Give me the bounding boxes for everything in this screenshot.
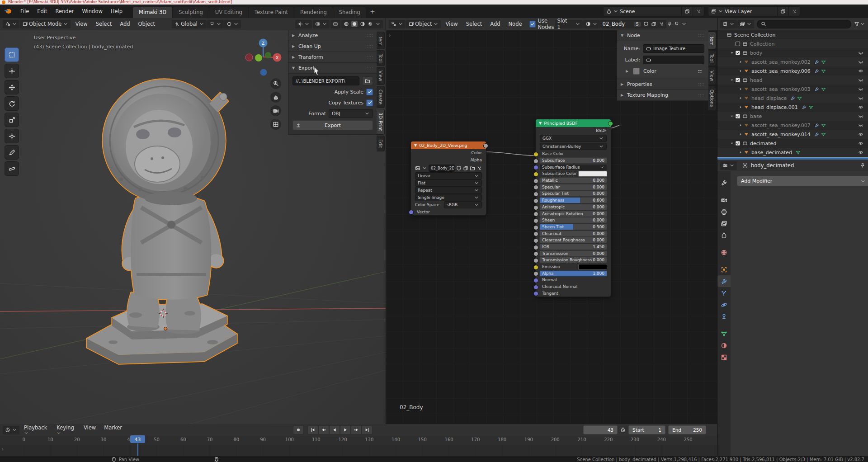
panel-analyze[interactable]: ▶Analyze::::: [288, 30, 377, 41]
tangent-input-socket[interactable]: [533, 291, 538, 296]
ior-slider[interactable]: IOR1.450: [539, 244, 607, 250]
toolbar-collapsed-arrow[interactable]: ›: [389, 33, 391, 38]
chevron-down-icon[interactable]: [422, 165, 427, 171]
collection-checkbox[interactable]: [735, 113, 741, 119]
node-label-field[interactable]: [643, 56, 704, 64]
mode-dropdown[interactable]: Object Mode: [20, 20, 71, 28]
properties-tab-tool[interactable]: [717, 177, 731, 189]
subsurface-radius-input-socket[interactable]: [533, 165, 538, 170]
add-workspace-button[interactable]: +: [366, 6, 379, 17]
show-overlays-toggle[interactable]: [313, 20, 330, 28]
panel-properties[interactable]: ▶Properties::::: [617, 79, 708, 90]
material-name[interactable]: 02_Body: [603, 21, 632, 27]
modifier-icon[interactable]: [814, 87, 819, 92]
distribution-dropdown[interactable]: GGX: [540, 135, 607, 142]
menu-file[interactable]: File: [16, 7, 33, 16]
outliner-row-body[interactable]: body: [717, 48, 868, 57]
outliner-row-decimated[interactable]: decimated: [717, 139, 868, 148]
expand-down-icon[interactable]: [730, 141, 734, 146]
panel-texture-mapping[interactable]: ▶Texture Mapping::::: [617, 90, 708, 101]
emission-input-socket[interactable]: [533, 265, 538, 270]
properties-tab-object-data[interactable]: [717, 328, 731, 339]
timeline-menu-playback[interactable]: Playback: [20, 423, 52, 437]
sheen-slider[interactable]: Sheen0.000: [539, 217, 607, 223]
transmission-roughness-slider[interactable]: Transmission Roughness0.000: [539, 257, 607, 263]
add-modifier-dropdown[interactable]: Add Modifier: [737, 176, 868, 186]
specular-tint-input-socket[interactable]: [533, 192, 538, 197]
panel-export[interactable]: ▼Export::::: [288, 63, 377, 74]
clearcoat-input-socket[interactable]: [533, 231, 538, 236]
folder-icon[interactable]: [470, 165, 475, 171]
mesh-data-icon[interactable]: [821, 87, 826, 92]
editor-type-button[interactable]: [3, 426, 19, 434]
export-path-field[interactable]: //..\BLENDER EXPORT\: [292, 76, 359, 85]
transmission-input-socket[interactable]: [533, 251, 538, 256]
workspace-tab-texture-paint[interactable]: Texture Paint: [249, 7, 294, 18]
outliner-row-collection[interactable]: Collection: [717, 39, 868, 48]
outliner-row-ascott-sea-monkey-007[interactable]: ascott_sea_monkey.007: [717, 121, 868, 130]
grip-icon[interactable]: ::::: [698, 82, 705, 86]
viewport-menu-select[interactable]: Select: [92, 19, 116, 28]
properties-tab-render[interactable]: [717, 194, 731, 206]
tool-scale-button[interactable]: [5, 113, 19, 127]
transmission-slider[interactable]: Transmission0.000: [539, 250, 607, 257]
color-space-dropdown[interactable]: sRGB: [444, 201, 482, 208]
properties-tab-world[interactable]: [717, 246, 731, 258]
eye-closed-icon[interactable]: [858, 77, 863, 83]
projection-dropdown[interactable]: Flat: [415, 179, 482, 187]
image-icon[interactable]: [415, 165, 420, 171]
expand-arrow-icon[interactable]: ▶: [626, 69, 629, 73]
apply-scale-checkbox[interactable]: [366, 89, 373, 95]
metallic-input-socket[interactable]: [533, 179, 538, 184]
shader-menu-add[interactable]: Add: [486, 19, 504, 28]
workspace-tab-shading[interactable]: Shading: [333, 7, 366, 18]
play-button[interactable]: [340, 425, 351, 434]
proportional-editing-toggle[interactable]: [224, 20, 241, 28]
eye-closed-icon[interactable]: [858, 50, 863, 56]
outliner-row-ascott-sea-monkey-014[interactable]: ascott_sea_monkey.014: [717, 130, 868, 139]
tool-transform-button[interactable]: [5, 129, 19, 143]
expand-right-icon[interactable]: [738, 105, 743, 109]
outliner-row-head[interactable]: head: [717, 75, 868, 85]
mesh-data-icon[interactable]: [797, 96, 802, 101]
viewport-tab-3d-print[interactable]: 3D-Print: [377, 109, 385, 135]
eye-closed-icon[interactable]: [858, 59, 863, 65]
vector-input-socket[interactable]: [409, 210, 414, 215]
expand-right-icon[interactable]: [738, 87, 743, 91]
clearcoat-roughness-slider[interactable]: Clearcoat Roughness0.000: [539, 237, 607, 243]
chevron-down-icon[interactable]: [681, 21, 687, 27]
copy-material-icon[interactable]: [651, 21, 656, 27]
image-texture-node[interactable]: ▼02_Body_2D_View.png Color Alpha 02_Body…: [410, 141, 486, 216]
specular-slider[interactable]: Specular0.000: [539, 184, 607, 190]
properties-tab-constraints[interactable]: [717, 311, 731, 322]
transmission-roughness-input-socket[interactable]: [533, 258, 538, 263]
shader-tab-item[interactable]: Item: [708, 32, 716, 49]
shader-tab-tool[interactable]: Tool: [708, 50, 716, 66]
sheen-input-socket[interactable]: [533, 218, 538, 223]
menu-window[interactable]: Window: [78, 7, 106, 16]
normal-input-socket[interactable]: [533, 278, 538, 283]
specular-tint-slider[interactable]: Specular Tint0.000: [539, 190, 607, 197]
mesh-data-icon[interactable]: [796, 150, 801, 155]
collection-checkbox[interactable]: [735, 141, 741, 146]
expand-right-icon[interactable]: [738, 96, 743, 100]
modifier-icon[interactable]: [814, 60, 819, 65]
export-button[interactable]: Export: [292, 120, 373, 130]
blender-app-icon[interactable]: [5, 8, 13, 14]
view-layer-name[interactable]: View Layer: [725, 9, 774, 14]
eye-open-icon[interactable]: [858, 132, 863, 137]
bsdf-output-socket[interactable]: [608, 121, 613, 126]
bsdf-node-header[interactable]: ▼Principled BSDF: [536, 119, 611, 127]
browse-folder-button[interactable]: [362, 76, 373, 85]
expand-right-icon[interactable]: [738, 132, 743, 137]
presets-icon[interactable]: [697, 69, 703, 74]
image-node-header[interactable]: ▼02_Body_2D_View.png: [411, 141, 486, 149]
properties-tab-particles[interactable]: [717, 287, 731, 299]
eye-open-icon[interactable]: [858, 68, 863, 74]
close-icon[interactable]: [476, 165, 482, 171]
unlink-scene-icon[interactable]: [696, 9, 701, 14]
subsurface-radius-dropdown[interactable]: Subsurface Radius: [539, 164, 607, 170]
eye-open-icon[interactable]: [858, 104, 863, 110]
fake-user-icon[interactable]: [643, 21, 649, 27]
clearcoat-roughness-input-socket[interactable]: [533, 238, 538, 243]
